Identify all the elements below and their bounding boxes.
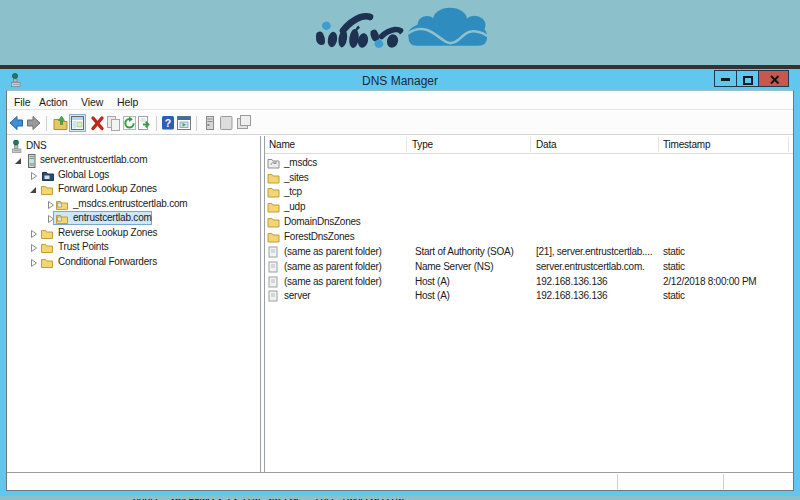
svg-text:?: ?: [165, 117, 171, 129]
